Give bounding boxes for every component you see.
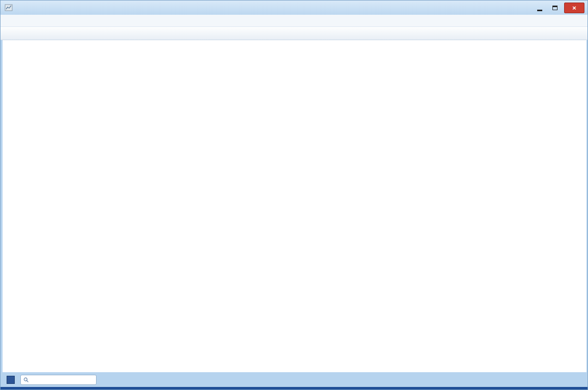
search-box[interactable] [20, 375, 97, 385]
maximize-icon [552, 6, 558, 10]
window-controls: × [534, 3, 584, 13]
menu-bar [1, 15, 587, 27]
search-input[interactable] [30, 376, 94, 383]
minimize-icon [537, 10, 542, 11]
app-window: × [0, 0, 588, 390]
app-icon [5, 4, 13, 12]
search-icon [23, 377, 28, 383]
title-bar: × [1, 1, 587, 15]
status-bar [3, 372, 586, 387]
close-icon: × [572, 5, 576, 11]
maximize-button[interactable] [549, 3, 561, 13]
window-bottom-edge [1, 387, 587, 389]
price-chart[interactable] [3, 40, 586, 373]
close-button[interactable]: × [564, 3, 584, 13]
chart-panel [3, 40, 586, 373]
statusbar-tile[interactable] [7, 376, 15, 384]
minimize-button[interactable] [534, 3, 546, 13]
toolbar [1, 27, 587, 40]
